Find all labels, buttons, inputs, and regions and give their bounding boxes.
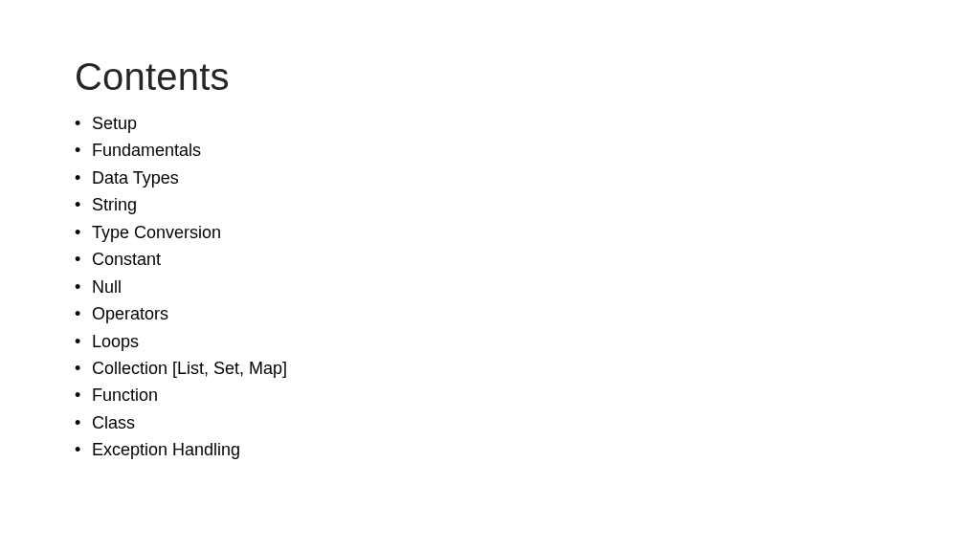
list-item: Collection [List, Set, Map]	[92, 355, 980, 382]
slide-title: Contents	[75, 55, 980, 99]
list-item: Setup	[92, 110, 980, 137]
list-item: Class	[92, 409, 980, 436]
list-item: Loops	[92, 328, 980, 355]
list-item: Data Types	[92, 165, 980, 191]
list-item: Constant	[92, 246, 980, 273]
list-item: Operators	[92, 300, 980, 327]
list-item: Type Conversion	[92, 219, 980, 246]
list-item: Null	[92, 274, 980, 300]
contents-list: Setup Fundamentals Data Types String Typ…	[75, 110, 980, 464]
list-item: String	[92, 191, 980, 218]
list-item: Fundamentals	[92, 137, 980, 164]
list-item: Exception Handling	[92, 436, 980, 463]
list-item: Function	[92, 382, 980, 408]
